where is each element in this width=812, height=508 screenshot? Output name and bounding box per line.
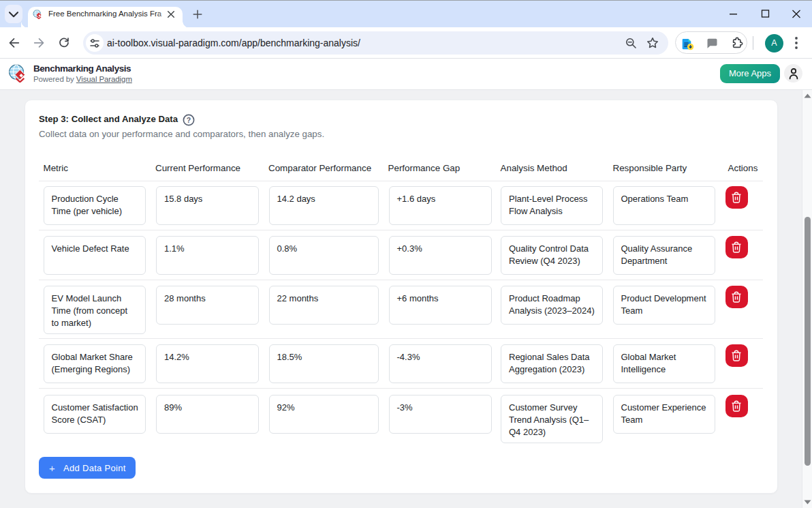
svg-text:?: ?	[187, 116, 191, 124]
